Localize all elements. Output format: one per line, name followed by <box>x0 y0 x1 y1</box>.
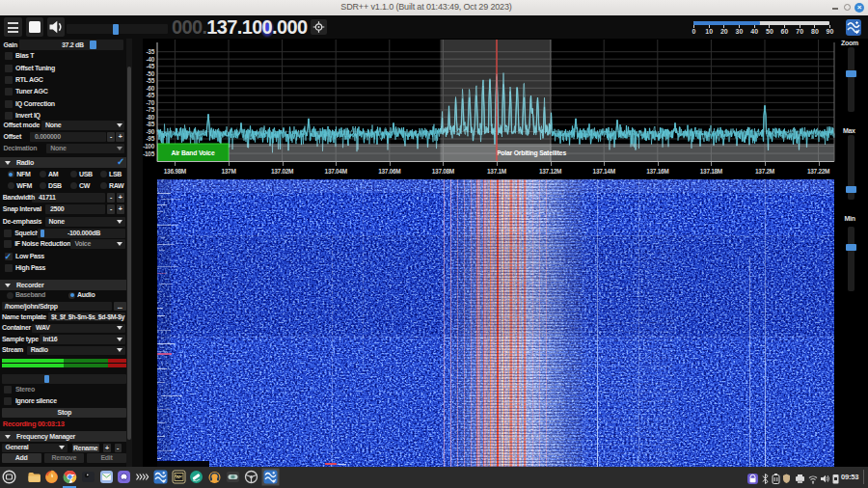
svg-text:Air Band Voice: Air Band Voice <box>171 149 214 156</box>
